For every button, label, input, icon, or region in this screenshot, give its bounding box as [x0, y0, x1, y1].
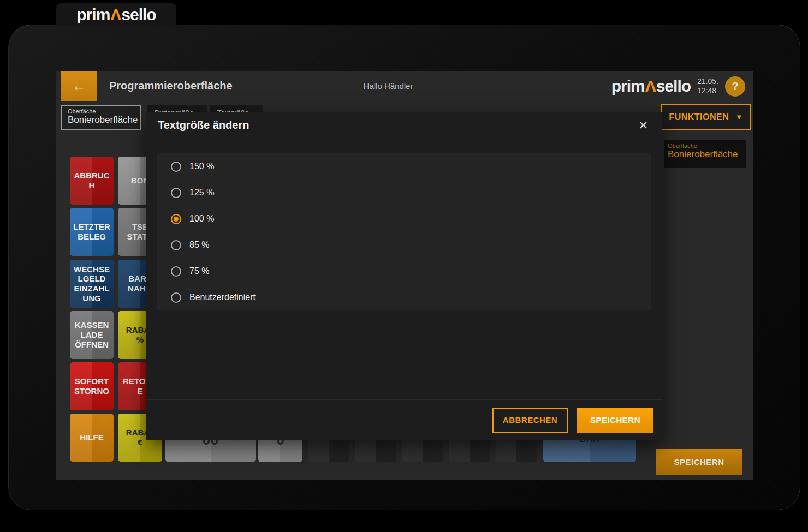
- radio-icon: [171, 240, 181, 250]
- header-right: primΛsello 21.05. 12:48 ?: [611, 76, 745, 97]
- radio-icon: [171, 266, 181, 277]
- cancel-button-label: ABBRECHEN: [503, 415, 557, 425]
- save-button-main-label: SPEICHERN: [674, 457, 724, 467]
- brand-logo-suffix: sello: [121, 5, 156, 23]
- key-sofort-storno[interactable]: SOFORT STORNO: [70, 362, 114, 410]
- header-logo-prefix: prim: [611, 77, 645, 95]
- modal-footer: ABBRECHEN SPEICHERN: [146, 399, 662, 440]
- surface-selector[interactable]: Oberfäche Bonieroberfläche: [61, 105, 141, 130]
- key-kassenlade-oeffnen[interactable]: KASSEN LADE ÖFFNEN: [70, 311, 114, 359]
- page-title: Programmieroberfläche: [109, 71, 233, 101]
- cancel-button[interactable]: ABBRECHEN: [492, 408, 568, 433]
- brand-tab: primΛsello: [56, 3, 176, 26]
- arrow-left-icon: ←: [72, 77, 86, 94]
- surface-indicator-value: Bonieroberfläche: [668, 149, 742, 160]
- key-hilfe[interactable]: HILFE: [70, 414, 114, 462]
- surface-indicator[interactable]: Oberfläche Bonieroberfläche: [664, 140, 746, 168]
- close-icon: ✕: [638, 119, 648, 131]
- surface-selector-value: Bonieroberfläche: [68, 115, 134, 125]
- time-text: 12:48: [697, 86, 718, 95]
- radio-option-label: 150 %: [189, 162, 214, 171]
- greeting-text: Hallo Händler: [334, 71, 443, 101]
- header-logo-mark-icon: Λ: [645, 77, 656, 95]
- question-mark-icon: ?: [732, 80, 738, 93]
- radio-option[interactable]: 150 %: [157, 153, 651, 180]
- surface-indicator-label: Oberfläche: [668, 142, 742, 149]
- radio-option[interactable]: 75 %: [157, 258, 651, 284]
- key-label: ABBRUC H: [74, 171, 110, 190]
- key-wechselgeld-einzahlung[interactable]: WECHSE LGELD EINZAHL UNG: [70, 260, 114, 308]
- brand-logo-prefix: prim: [76, 5, 110, 23]
- key-abbruch[interactable]: ABBRUC H: [70, 157, 114, 205]
- chevron-down-icon: ▼: [735, 113, 742, 121]
- radio-option-label: 85 %: [189, 240, 209, 250]
- radio-option[interactable]: Benutzerdefiniert: [157, 284, 651, 310]
- radio-icon: [171, 214, 181, 224]
- header-logo-suffix: sello: [656, 77, 691, 95]
- radio-option-label: 75 %: [189, 266, 209, 276]
- save-button-modal-label: SPEICHERN: [590, 415, 640, 425]
- app-window: ← Programmieroberfläche Hallo Händler pr…: [56, 71, 753, 480]
- save-button-main[interactable]: SPEICHERN: [656, 449, 742, 475]
- key-label: HILFE: [80, 433, 103, 443]
- save-button-modal[interactable]: SPEICHERN: [577, 408, 653, 433]
- modal-title: Textgröße ändern: [158, 119, 249, 131]
- key-label: LETZTER BELEG: [73, 222, 110, 241]
- key-label: WECHSE LGELD EINZAHL UNG: [74, 265, 110, 303]
- date-text: 21.05.: [697, 77, 718, 86]
- key-label: KASSEN LADE ÖFFNEN: [75, 320, 109, 349]
- radio-option-label: 125 %: [189, 188, 214, 198]
- radio-option[interactable]: 85 %: [157, 232, 651, 258]
- functions-dropdown-button[interactable]: FUNKTIONEN ▼: [661, 104, 751, 130]
- radio-icon: [171, 162, 181, 172]
- radio-option-label: 100 %: [189, 214, 214, 224]
- brand-logo: primΛsello: [76, 5, 156, 24]
- close-button[interactable]: ✕: [635, 118, 651, 133]
- radio-icon: [171, 188, 181, 198]
- radio-option[interactable]: 100 %: [157, 206, 651, 232]
- brand-logo-mark-icon: Λ: [110, 5, 121, 23]
- textsize-options-panel: 150 % 125 % 100 % 85 % 75 % Benutzerdefi…: [157, 153, 651, 310]
- header-brand-logo: primΛsello: [611, 77, 691, 95]
- help-button[interactable]: ?: [725, 76, 745, 97]
- datetime: 21.05. 12:48: [697, 77, 718, 95]
- textsize-modal: Textgröße ändern ✕ 150 % 125 % 100 % 85 …: [146, 112, 662, 440]
- back-button[interactable]: ←: [61, 71, 97, 101]
- key-label: SOFORT STORNO: [74, 376, 109, 396]
- radio-option[interactable]: 125 %: [157, 180, 651, 206]
- radio-icon: [171, 292, 181, 303]
- functions-label: FUNKTIONEN: [669, 112, 729, 122]
- surface-selector-label: Oberfäche: [68, 108, 134, 115]
- key-letzter-beleg[interactable]: LETZTER BELEG: [70, 208, 114, 256]
- radio-option-label: Benutzerdefiniert: [189, 292, 256, 302]
